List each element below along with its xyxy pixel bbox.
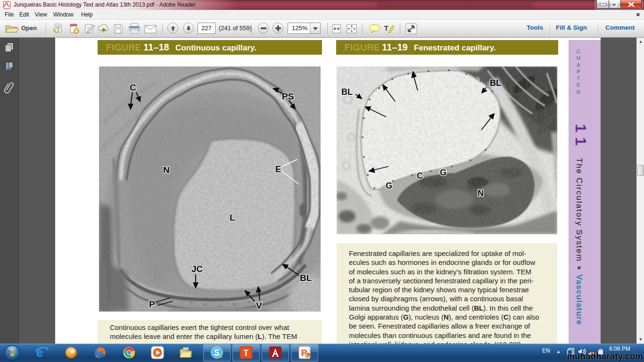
svg-text:T: T [384,25,388,32]
svg-text:PS: PS [282,91,294,101]
svg-text:C: C [130,82,136,92]
svg-text:E: E [275,164,281,174]
svg-text:V: V [256,301,262,311]
svg-text:G: G [386,181,392,190]
svg-text:L: L [230,213,235,222]
svg-text:N: N [478,189,484,198]
svg-text:BL: BL [341,87,353,97]
svg-text:G: G [440,168,446,177]
svg-text:C: C [417,171,423,181]
svg-text:BL: BL [300,273,312,283]
svg-text:T: T [244,348,249,358]
svg-text:JC: JC [191,264,203,274]
svg-text:N: N [163,165,170,175]
svg-text:BL: BL [490,78,501,88]
svg-text:P: P [149,299,155,309]
